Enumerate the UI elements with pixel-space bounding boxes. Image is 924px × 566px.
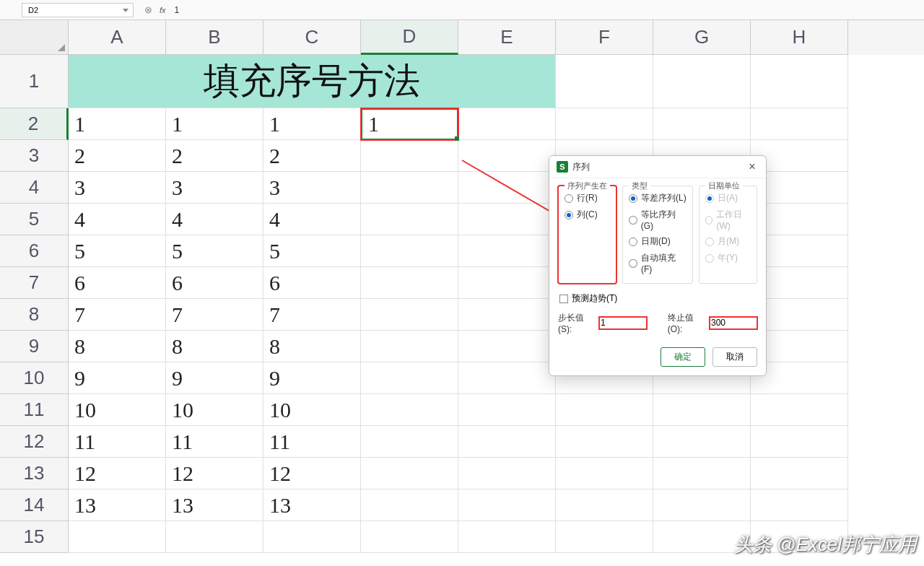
cell-C10[interactable]: 9 bbox=[263, 362, 361, 394]
col-header-B[interactable]: B bbox=[166, 20, 263, 55]
cell-B7[interactable]: 6 bbox=[166, 267, 263, 299]
close-icon[interactable]: × bbox=[746, 160, 759, 173]
cell[interactable] bbox=[653, 458, 751, 489]
cell-C6[interactable]: 5 bbox=[263, 235, 361, 267]
cell[interactable] bbox=[361, 521, 458, 553]
row-header[interactable]: 3 bbox=[0, 140, 69, 172]
cell[interactable] bbox=[458, 521, 556, 553]
cell[interactable] bbox=[653, 394, 751, 426]
cell[interactable] bbox=[556, 458, 653, 489]
cell[interactable] bbox=[556, 521, 653, 553]
cell-A12[interactable]: 11 bbox=[69, 426, 166, 458]
cell[interactable] bbox=[556, 55, 653, 108]
radio-geometric[interactable]: 等比序列(G) bbox=[629, 209, 687, 231]
cell[interactable] bbox=[263, 521, 361, 553]
cell[interactable] bbox=[458, 426, 556, 458]
cell-D7[interactable] bbox=[361, 267, 458, 299]
cell-A4[interactable]: 3 bbox=[69, 172, 166, 204]
cell[interactable] bbox=[458, 204, 556, 235]
cell-B11[interactable]: 10 bbox=[166, 394, 263, 426]
col-header-H[interactable]: H bbox=[751, 20, 848, 55]
radio-row[interactable]: 行(R) bbox=[565, 192, 610, 204]
cell[interactable] bbox=[751, 108, 848, 140]
cancel-button[interactable]: 取消 bbox=[712, 347, 757, 367]
cell-B2[interactable]: 1 bbox=[166, 108, 263, 140]
cell-C2[interactable]: 1 bbox=[263, 108, 361, 140]
row-header[interactable]: 2 bbox=[0, 108, 69, 140]
cell-A9[interactable]: 8 bbox=[69, 331, 166, 362]
cell-D6[interactable] bbox=[361, 235, 458, 267]
cell[interactable] bbox=[653, 108, 751, 140]
cell[interactable] bbox=[458, 299, 556, 331]
cell-C8[interactable]: 7 bbox=[263, 299, 361, 331]
row-header[interactable]: 10 bbox=[0, 362, 69, 394]
cell-D13[interactable] bbox=[361, 458, 458, 489]
cell-B13[interactable]: 12 bbox=[166, 458, 263, 489]
cell[interactable] bbox=[458, 362, 556, 394]
step-value-input[interactable] bbox=[599, 317, 647, 329]
cancel-icon[interactable]: ⊗ bbox=[144, 4, 152, 15]
cell-A7[interactable]: 6 bbox=[69, 267, 166, 299]
fx-label[interactable]: fx bbox=[160, 6, 166, 14]
cell-B6[interactable]: 5 bbox=[166, 235, 263, 267]
cell-C14[interactable]: 13 bbox=[263, 489, 361, 521]
row-header[interactable]: 15 bbox=[0, 521, 69, 553]
cell-C3[interactable]: 2 bbox=[263, 140, 361, 172]
stop-value-input[interactable] bbox=[710, 317, 757, 329]
col-header-D[interactable]: D bbox=[361, 20, 458, 55]
row-header[interactable]: 11 bbox=[0, 394, 69, 426]
cell-A11[interactable]: 10 bbox=[69, 394, 166, 426]
row-header[interactable]: 9 bbox=[0, 331, 69, 362]
cell[interactable] bbox=[751, 394, 848, 426]
cell[interactable] bbox=[751, 55, 848, 108]
cell-A10[interactable]: 9 bbox=[69, 362, 166, 394]
cell[interactable] bbox=[556, 394, 653, 426]
cell[interactable] bbox=[556, 108, 653, 140]
cell-D3[interactable] bbox=[361, 140, 458, 172]
cell[interactable] bbox=[556, 426, 653, 458]
col-header-E[interactable]: E bbox=[458, 20, 556, 55]
cell-C5[interactable]: 4 bbox=[263, 204, 361, 235]
cell[interactable] bbox=[69, 521, 166, 553]
cell-D11[interactable] bbox=[361, 394, 458, 426]
row-header[interactable]: 14 bbox=[0, 489, 69, 521]
cell[interactable] bbox=[751, 458, 848, 489]
radio-autofill[interactable]: 自动填充(F) bbox=[629, 252, 687, 274]
cell-A3[interactable]: 2 bbox=[69, 140, 166, 172]
cell-D8[interactable] bbox=[361, 299, 458, 331]
radio-column[interactable]: 列(C) bbox=[565, 209, 610, 221]
cell-C9[interactable]: 8 bbox=[263, 331, 361, 362]
cell-D2[interactable]: 1 bbox=[361, 108, 458, 140]
cell-C12[interactable]: 11 bbox=[263, 426, 361, 458]
row-header[interactable]: 1 bbox=[0, 55, 69, 108]
formula-input[interactable]: 1 bbox=[175, 5, 180, 15]
cell[interactable] bbox=[653, 55, 751, 108]
row-header[interactable]: 12 bbox=[0, 426, 69, 458]
cell-C13[interactable]: 12 bbox=[263, 458, 361, 489]
col-header-G[interactable]: G bbox=[653, 20, 751, 55]
cell-D10[interactable] bbox=[361, 362, 458, 394]
cell-B9[interactable]: 8 bbox=[166, 331, 263, 362]
cell-B12[interactable]: 11 bbox=[166, 426, 263, 458]
radio-date[interactable]: 日期(D) bbox=[629, 235, 687, 248]
cell-C4[interactable]: 3 bbox=[263, 172, 361, 204]
cell-A13[interactable]: 12 bbox=[69, 458, 166, 489]
cell[interactable] bbox=[751, 489, 848, 521]
cell[interactable] bbox=[458, 458, 556, 489]
title-cell[interactable]: 填充序号方法 bbox=[69, 55, 556, 108]
cell[interactable] bbox=[653, 489, 751, 521]
cell-C7[interactable]: 6 bbox=[263, 267, 361, 299]
cell-A2[interactable]: 1 bbox=[69, 108, 166, 140]
cell[interactable] bbox=[751, 426, 848, 458]
cell[interactable] bbox=[166, 521, 263, 553]
cell-B14[interactable]: 13 bbox=[166, 489, 263, 521]
row-header[interactable]: 13 bbox=[0, 458, 69, 489]
cell-C11[interactable]: 10 bbox=[263, 394, 361, 426]
cell-D14[interactable] bbox=[361, 489, 458, 521]
row-header[interactable]: 4 bbox=[0, 172, 69, 204]
cell[interactable] bbox=[458, 331, 556, 362]
cell-B3[interactable]: 2 bbox=[166, 140, 263, 172]
col-header-F[interactable]: F bbox=[556, 20, 653, 55]
cell-B10[interactable]: 9 bbox=[166, 362, 263, 394]
cell-A14[interactable]: 13 bbox=[69, 489, 166, 521]
